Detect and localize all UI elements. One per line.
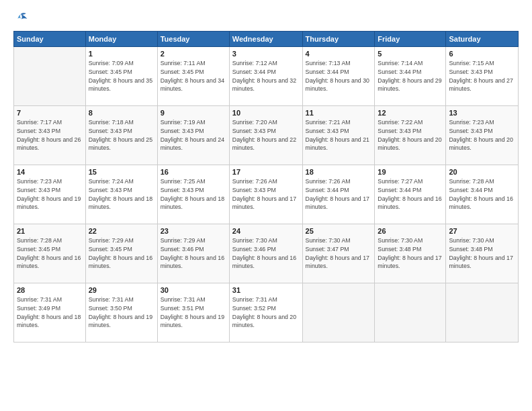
weekday-header: Monday [85, 32, 157, 47]
day-sunrise: Sunrise: 7:29 AM [89, 236, 154, 245]
calendar-cell: 5 Sunrise: 7:14 AM Sunset: 3:44 PM Dayli… [375, 47, 446, 106]
calendar-cell: 12 Sunrise: 7:22 AM Sunset: 3:43 PM Dayl… [375, 106, 446, 165]
day-daylight: Daylight: 8 hours and 35 minutes. [89, 77, 154, 94]
day-daylight: Daylight: 8 hours and 16 minutes. [89, 254, 154, 271]
day-daylight: Daylight: 8 hours and 17 minutes. [306, 195, 372, 212]
day-sunset: Sunset: 3:46 PM [161, 245, 226, 254]
calendar-week-row: 14 Sunrise: 7:23 AM Sunset: 3:43 PM Dayl… [14, 165, 519, 224]
calendar-cell [375, 283, 446, 342]
day-sunset: Sunset: 3:43 PM [449, 68, 515, 77]
weekday-header: Sunday [14, 32, 86, 47]
day-number: 22 [89, 227, 154, 235]
weekday-header-row: SundayMondayTuesdayWednesdayThursdayFrid… [14, 32, 519, 47]
day-number: 1 [89, 50, 154, 58]
day-sunrise: Sunrise: 7:30 AM [378, 236, 443, 245]
day-daylight: Daylight: 8 hours and 19 minutes. [161, 313, 226, 330]
calendar-cell: 16 Sunrise: 7:25 AM Sunset: 3:43 PM Dayl… [157, 165, 229, 224]
day-sunset: Sunset: 3:51 PM [161, 304, 226, 313]
weekday-header: Thursday [302, 32, 375, 47]
calendar-cell: 22 Sunrise: 7:29 AM Sunset: 3:45 PM Dayl… [85, 224, 157, 283]
day-number: 11 [306, 109, 372, 117]
day-sunrise: Sunrise: 7:30 AM [449, 236, 515, 245]
day-number: 23 [161, 227, 226, 235]
day-sunrise: Sunrise: 7:20 AM [232, 118, 300, 127]
calendar-cell: 27 Sunrise: 7:30 AM Sunset: 3:48 PM Dayl… [446, 224, 519, 283]
day-sunrise: Sunrise: 7:25 AM [161, 177, 226, 186]
day-number: 5 [378, 50, 443, 58]
calendar-week-row: 21 Sunrise: 7:28 AM Sunset: 3:45 PM Dayl… [14, 224, 519, 283]
day-daylight: Daylight: 8 hours and 17 minutes. [449, 254, 515, 271]
day-number: 9 [161, 109, 226, 117]
calendar-cell: 13 Sunrise: 7:23 AM Sunset: 3:43 PM Dayl… [446, 106, 519, 165]
day-sunrise: Sunrise: 7:14 AM [378, 59, 443, 68]
day-daylight: Daylight: 8 hours and 27 minutes. [449, 77, 515, 94]
day-sunset: Sunset: 3:44 PM [378, 68, 443, 77]
day-daylight: Daylight: 8 hours and 22 minutes. [232, 136, 300, 153]
calendar-cell: 6 Sunrise: 7:15 AM Sunset: 3:43 PM Dayli… [446, 47, 519, 106]
day-sunset: Sunset: 3:45 PM [17, 245, 83, 254]
day-sunset: Sunset: 3:43 PM [89, 186, 154, 195]
day-number: 21 [17, 227, 83, 235]
calendar-cell: 26 Sunrise: 7:30 AM Sunset: 3:48 PM Dayl… [375, 224, 446, 283]
day-daylight: Daylight: 8 hours and 16 minutes. [17, 254, 83, 271]
calendar-cell: 15 Sunrise: 7:24 AM Sunset: 3:43 PM Dayl… [85, 165, 157, 224]
day-sunset: Sunset: 3:44 PM [306, 186, 372, 195]
calendar-cell: 31 Sunrise: 7:31 AM Sunset: 3:52 PM Dayl… [229, 283, 302, 342]
day-sunset: Sunset: 3:43 PM [449, 127, 515, 136]
day-daylight: Daylight: 8 hours and 34 minutes. [161, 77, 226, 94]
day-sunrise: Sunrise: 7:30 AM [232, 236, 300, 245]
calendar-cell: 8 Sunrise: 7:18 AM Sunset: 3:43 PM Dayli… [85, 106, 157, 165]
day-number: 27 [449, 227, 515, 235]
day-daylight: Daylight: 8 hours and 17 minutes. [306, 254, 372, 271]
day-sunrise: Sunrise: 7:27 AM [378, 177, 443, 186]
day-sunrise: Sunrise: 7:19 AM [161, 118, 226, 127]
day-sunset: Sunset: 3:45 PM [89, 68, 154, 77]
day-sunset: Sunset: 3:46 PM [232, 245, 300, 254]
day-sunrise: Sunrise: 7:11 AM [161, 59, 226, 68]
day-sunrise: Sunrise: 7:21 AM [306, 118, 372, 127]
day-sunrise: Sunrise: 7:12 AM [232, 59, 300, 68]
day-number: 7 [17, 109, 83, 117]
day-daylight: Daylight: 8 hours and 16 minutes. [232, 254, 300, 271]
day-number: 15 [89, 168, 154, 176]
day-number: 29 [89, 286, 154, 294]
calendar-cell: 29 Sunrise: 7:31 AM Sunset: 3:50 PM Dayl… [85, 283, 157, 342]
day-number: 12 [378, 109, 443, 117]
logo [13, 12, 31, 24]
calendar-cell: 7 Sunrise: 7:17 AM Sunset: 3:43 PM Dayli… [14, 106, 86, 165]
day-daylight: Daylight: 8 hours and 32 minutes. [232, 77, 300, 94]
day-number: 20 [449, 168, 515, 176]
day-sunrise: Sunrise: 7:26 AM [306, 177, 372, 186]
day-number: 8 [89, 109, 154, 117]
calendar-cell: 11 Sunrise: 7:21 AM Sunset: 3:43 PM Dayl… [302, 106, 375, 165]
day-sunset: Sunset: 3:43 PM [232, 127, 300, 136]
day-daylight: Daylight: 8 hours and 30 minutes. [306, 77, 372, 94]
day-sunrise: Sunrise: 7:31 AM [232, 295, 300, 304]
day-daylight: Daylight: 8 hours and 24 minutes. [161, 136, 226, 153]
day-sunset: Sunset: 3:45 PM [89, 245, 154, 254]
day-sunrise: Sunrise: 7:22 AM [378, 118, 443, 127]
day-daylight: Daylight: 8 hours and 16 minutes. [449, 195, 515, 212]
day-sunrise: Sunrise: 7:31 AM [17, 295, 83, 304]
day-number: 25 [306, 227, 372, 235]
day-sunset: Sunset: 3:43 PM [89, 127, 154, 136]
day-sunset: Sunset: 3:43 PM [17, 186, 83, 195]
day-sunrise: Sunrise: 7:24 AM [89, 177, 154, 186]
day-daylight: Daylight: 8 hours and 21 minutes. [306, 136, 372, 153]
day-number: 28 [17, 286, 83, 294]
day-daylight: Daylight: 8 hours and 17 minutes. [378, 254, 443, 271]
day-sunrise: Sunrise: 7:26 AM [232, 177, 300, 186]
calendar-cell: 24 Sunrise: 7:30 AM Sunset: 3:46 PM Dayl… [229, 224, 302, 283]
day-daylight: Daylight: 8 hours and 16 minutes. [161, 254, 226, 271]
day-sunrise: Sunrise: 7:31 AM [89, 295, 154, 304]
day-number: 14 [17, 168, 83, 176]
day-number: 19 [378, 168, 443, 176]
day-sunrise: Sunrise: 7:31 AM [161, 295, 226, 304]
calendar-cell: 14 Sunrise: 7:23 AM Sunset: 3:43 PM Dayl… [14, 165, 86, 224]
calendar-cell: 30 Sunrise: 7:31 AM Sunset: 3:51 PM Dayl… [157, 283, 229, 342]
day-sunrise: Sunrise: 7:23 AM [449, 118, 515, 127]
calendar-week-row: 7 Sunrise: 7:17 AM Sunset: 3:43 PM Dayli… [14, 106, 519, 165]
calendar-week-row: 28 Sunrise: 7:31 AM Sunset: 3:49 PM Dayl… [14, 283, 519, 342]
calendar-cell: 21 Sunrise: 7:28 AM Sunset: 3:45 PM Dayl… [14, 224, 86, 283]
day-sunset: Sunset: 3:47 PM [306, 245, 372, 254]
